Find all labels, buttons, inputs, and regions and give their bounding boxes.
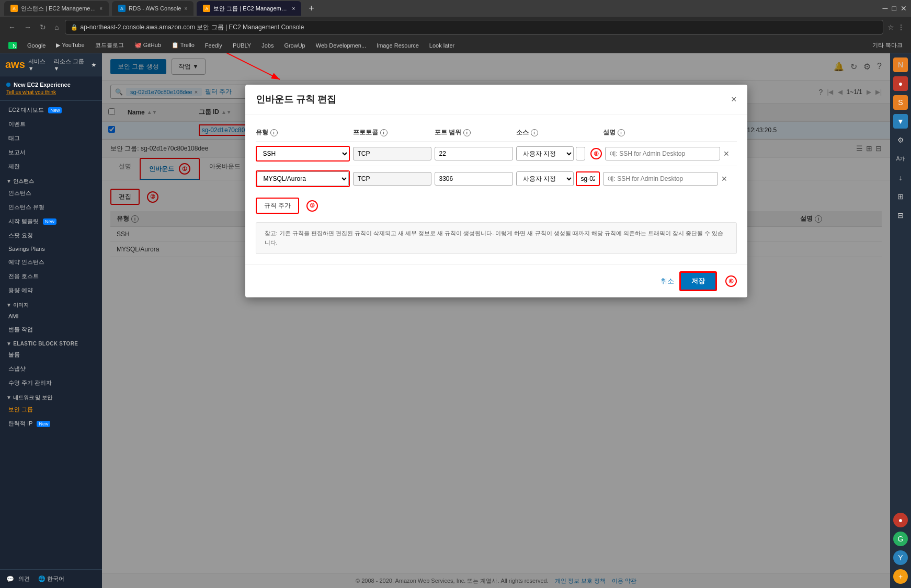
reload-button[interactable]: ↻ xyxy=(38,21,48,33)
section-images: ▼ 이미지 xyxy=(0,297,102,310)
right-icon-red[interactable]: ● xyxy=(893,76,908,91)
rule2-description-input[interactable] xyxy=(603,172,718,186)
tab-2[interactable]: A RDS - AWS Console × xyxy=(112,1,193,16)
rule1-protocol-input xyxy=(353,147,431,160)
sidebar-item-instance-types[interactable]: 인스턴스 유형 xyxy=(0,200,102,214)
right-sidebar: N ● S ▼ ⚙ A가 ↓ ⊞ ⊟ ● G Y + xyxy=(890,53,911,588)
bookmark-feedly[interactable]: Feedly xyxy=(201,41,226,50)
sidebar-item-bundle[interactable]: 번들 작업 xyxy=(0,322,102,337)
forward-button[interactable]: → xyxy=(22,21,33,33)
rule1-source-value-input[interactable] xyxy=(576,147,585,160)
bookmark-webdev[interactable]: Web Developmen... xyxy=(312,41,370,50)
right-icon-red2[interactable]: ● xyxy=(893,513,908,527)
cancel-button[interactable]: 취소 xyxy=(661,276,674,286)
bookmark-publy[interactable]: PUBLY xyxy=(229,41,255,50)
sidebar-item-ec2dashboard[interactable]: EC2 대시보드 New xyxy=(0,103,102,117)
modal-rule-row-1: SSH 사용자 지정 ⑤ ✕ xyxy=(256,142,737,166)
back-button[interactable]: ← xyxy=(6,21,18,33)
right-icon-download[interactable]: ↓ xyxy=(893,170,908,185)
modal-rule-row-2: MYSQL/Aurora 사용자 지정 ✕ xyxy=(256,166,737,191)
rule1-type-select[interactable]: SSH xyxy=(256,146,350,162)
bookmark-looklater[interactable]: Look later xyxy=(425,41,459,50)
new-tab-button[interactable]: + xyxy=(304,3,318,14)
right-icon-columns[interactable]: ⊟ xyxy=(893,208,908,223)
sidebar-item-lifecycle[interactable]: 수명 주기 관리자 xyxy=(0,376,102,390)
sidebar-item-reports[interactable]: 보고서 xyxy=(0,145,102,159)
bookmark-jobs[interactable]: Jobs xyxy=(257,41,278,50)
rule1-source-type-select[interactable]: 사용자 지정 xyxy=(516,146,574,161)
aws-logo: aws xyxy=(5,59,25,71)
bookmark-google[interactable]: Google xyxy=(23,41,50,50)
sidebar-item-ami[interactable]: AMI xyxy=(0,310,102,322)
close-button[interactable]: ✕ xyxy=(901,4,907,13)
right-icon-yellow[interactable]: + xyxy=(893,569,908,584)
rule2-remove-icon[interactable]: ✕ xyxy=(721,175,737,183)
sidebar-item-savings[interactable]: Savings Plans xyxy=(0,243,102,255)
right-icon-gear[interactable]: ⚙ xyxy=(893,133,908,147)
section-network: ▼ 네트워크 및 보안 xyxy=(0,390,102,402)
sidebar-item-elastic-ip[interactable]: 탄력적 IP New xyxy=(0,417,102,431)
services-menu[interactable]: 서비스 ▼ xyxy=(28,57,51,72)
bookmark-github[interactable]: 🐙 GitHub xyxy=(130,41,165,50)
sidebar-item-dedicated[interactable]: 전용 호스트 xyxy=(0,269,102,283)
rule2-source-value-input[interactable] xyxy=(576,171,600,186)
modal-title: 인바운드 규칙 편집 xyxy=(256,93,336,106)
tab-1[interactable]: A 인스턴스 | EC2 Management C... × xyxy=(4,1,109,16)
right-icon-az[interactable]: A가 xyxy=(893,152,908,166)
rule2-port-input[interactable] xyxy=(435,172,513,186)
inbound-rules-modal: 인바운드 규칙 편집 × 유형 i 프로토콜 i 포트 범위 i 소스 i 설명… xyxy=(245,85,747,297)
sidebar-item-events[interactable]: 이벤트 xyxy=(0,117,102,131)
bookmark-star[interactable]: ☆ xyxy=(887,23,894,31)
aws-topbar: aws 서비스 ▼ 리소스 그룹 ▼ ★ xyxy=(0,53,102,76)
bookmark-icon[interactable]: ★ xyxy=(91,61,97,68)
sidebar-item-snapshots[interactable]: 스냅샷 xyxy=(0,362,102,376)
rule2-type-select[interactable]: MYSQL/Aurora xyxy=(257,171,349,186)
ec2-experience-title: New EC2 Experience xyxy=(14,82,71,88)
sidebar-item-capacity[interactable]: 용량 예약 xyxy=(0,283,102,297)
bookmark-youtube[interactable]: ▶ YouTube xyxy=(52,41,88,50)
feedback-icon[interactable]: 💬 xyxy=(6,575,14,583)
feedback-label[interactable]: 의견 xyxy=(18,575,30,583)
bookmark-growup[interactable]: GrowUp xyxy=(280,41,309,50)
right-icon-blue[interactable]: Y xyxy=(893,550,908,565)
resources-menu[interactable]: 리소스 그룹 ▼ xyxy=(54,57,88,72)
maximize-button[interactable]: □ xyxy=(892,4,896,13)
save-button[interactable]: 저장 xyxy=(679,271,717,291)
right-icon-orange[interactable]: N xyxy=(893,57,908,72)
sidebar-item-volumes[interactable]: 볼륨 xyxy=(0,348,102,362)
sidebar-item-security-groups[interactable]: 보안 그룹 xyxy=(0,402,102,417)
sidebar-item-spot[interactable]: 스팟 요청 xyxy=(0,228,102,243)
sidebar-item-limits[interactable]: 제한 xyxy=(0,159,102,174)
add-rule-button[interactable]: 규칙 추가 xyxy=(256,198,299,214)
rule1-description-input[interactable] xyxy=(605,147,720,160)
browser-titlebar: A 인스턴스 | EC2 Management C... × A RDS - A… xyxy=(0,0,911,17)
rule1-port-input[interactable] xyxy=(435,147,513,160)
sidebar-item-reserved[interactable]: 예약 인스턴스 xyxy=(0,255,102,269)
modal-note: 참고: 기존 규칙을 편집하면 편집된 규칙이 삭제되고 새 세부 정보로 새 … xyxy=(256,222,737,254)
modal-overlay: 인바운드 규칙 편집 × 유형 i 프로토콜 i 포트 범위 i 소스 i 설명… xyxy=(102,53,890,588)
language-selector[interactable]: 🌐 한국어 xyxy=(38,575,64,583)
tab-3[interactable]: A 보안 그룹 | EC2 Management C... × xyxy=(197,1,301,16)
modal-close-button[interactable]: × xyxy=(731,94,737,105)
address-bar[interactable]: 🔒 ap-northeast-2.console.aws.amazon.com … xyxy=(65,20,883,34)
ec2-experience-sub[interactable]: Tell us what you think xyxy=(6,89,96,95)
bookmark-other[interactable]: 기타 북마크 xyxy=(868,40,907,50)
browser-menu[interactable]: ⋮ xyxy=(897,23,905,31)
right-icon-green[interactable]: G xyxy=(893,532,908,546)
rule1-remove-icon[interactable]: ✕ xyxy=(723,149,739,158)
bookmark-blog[interactable]: 코드블로그 xyxy=(91,40,128,50)
bookmark-trello[interactable]: 📋 Trello xyxy=(167,41,199,50)
rule2-source-type-select[interactable]: 사용자 지정 xyxy=(516,171,574,186)
aws-sidebar: aws 서비스 ▼ 리소스 그룹 ▼ ★ New EC2 Experience … xyxy=(0,53,102,588)
sidebar-item-instances[interactable]: 인스턴스 xyxy=(0,186,102,200)
right-icon-orange2[interactable]: S xyxy=(893,95,908,110)
minimize-button[interactable]: ─ xyxy=(883,4,888,13)
right-icon-blue-arrow[interactable]: ▼ xyxy=(893,114,908,129)
bookmark-naver[interactable]: N xyxy=(4,41,21,50)
sidebar-item-tags[interactable]: 태그 xyxy=(0,131,102,145)
right-icon-grid[interactable]: ⊞ xyxy=(893,189,908,204)
sidebar-item-launch-templates[interactable]: 시작 템플릿 New xyxy=(0,214,102,228)
bookmark-image[interactable]: Image Resource xyxy=(372,41,423,50)
main-content: 보안 그룹 생성 작업 ▼ 🔔 ↻ ⚙ ? 🔍 sg-02d1e70c80e10… xyxy=(102,53,890,588)
home-button[interactable]: ⌂ xyxy=(52,21,61,33)
